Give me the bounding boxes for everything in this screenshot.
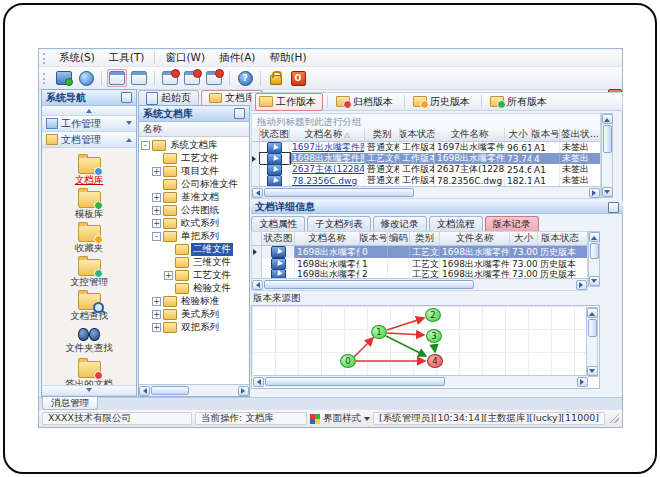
tab-modify-record[interactable]: 修改记录 [373, 216, 427, 231]
nav-item-doc-search[interactable]: 文档查找 [42, 289, 136, 323]
lock-icon[interactable] [266, 69, 286, 87]
column-header[interactable]: 版本状态 [538, 232, 582, 245]
tree-node[interactable]: 项目文件 [139, 165, 249, 178]
archive-version-button[interactable]: 归档版本 [332, 93, 400, 111]
group-by-hint[interactable]: 拖动列标题到此进行分组 [251, 113, 601, 128]
scroll-down-icon[interactable] [589, 276, 600, 286]
nav-group-document[interactable]: 文档管理 [42, 132, 136, 148]
scroll-down-icon[interactable] [602, 187, 613, 197]
collapse-icon[interactable] [141, 141, 150, 150]
doc-name-link[interactable]: 1697出水嘴零件图.dwg [290, 142, 365, 153]
column-header[interactable]: 大小 [505, 128, 532, 141]
column-header[interactable]: 文档名称 [295, 232, 360, 245]
nav-item-favorites[interactable]: 收藏夹 [42, 221, 136, 255]
scroll-thumb[interactable] [588, 319, 597, 337]
interface-style-button[interactable]: 界面样式 [323, 412, 361, 425]
expand-icon[interactable] [152, 310, 161, 319]
doc-name-link[interactable]: 2637主体(12284).dwg [290, 164, 365, 175]
expand-icon[interactable] [152, 167, 161, 176]
expand-icon[interactable] [152, 323, 161, 332]
column-header-sorted[interactable]: 文档名称△ [290, 128, 365, 141]
window-badge-icon[interactable] [204, 69, 224, 87]
chevron-down-icon[interactable] [364, 417, 370, 424]
nav-item-folder-search[interactable]: 文件夹查找 [42, 323, 136, 357]
table-row-clipped[interactable]: 1698出水嘴零件图.dwg 2 工艺文件 1698出水嘴零件图.dwg 73.… [252, 270, 587, 278]
menu-system[interactable]: 系统(S) [52, 50, 102, 66]
table-row-selected[interactable]: 1698出水嘴零件图.dwg 工艺文件 工作版本 1698出水嘴零件图.dwg … [252, 153, 600, 164]
column-header[interactable]: 文件名称 [435, 128, 505, 141]
tree-node[interactable]: 公司标准文件 [139, 178, 249, 191]
tab-version-record[interactable]: 版本记录 [485, 216, 539, 231]
version-vscrollbar[interactable] [588, 231, 600, 287]
expand-icon[interactable] [152, 206, 161, 215]
pin-icon[interactable] [121, 92, 132, 103]
scroll-up-icon[interactable] [589, 232, 600, 242]
toolbar-grip[interactable] [43, 53, 48, 64]
column-header[interactable]: 签出状... [560, 128, 600, 141]
menu-window[interactable]: 窗口(W) [158, 50, 212, 66]
tree-node[interactable]: 美式系列 [139, 308, 249, 321]
interface-style-icon[interactable] [310, 414, 320, 424]
column-header[interactable]: 大小 [510, 232, 538, 245]
window-badge-icon[interactable] [160, 69, 180, 87]
documents-vscrollbar[interactable] [601, 113, 613, 198]
scroll-right-icon[interactable] [577, 377, 588, 387]
scroll-right-icon[interactable] [238, 386, 249, 396]
menu-help[interactable]: 帮助(H) [262, 50, 313, 66]
window-icon[interactable] [107, 69, 127, 87]
scroll-up-icon[interactable] [602, 114, 613, 124]
tab-message-management[interactable]: 消息管理 [42, 397, 98, 410]
tree-node[interactable]: 系统文档库 [139, 139, 249, 152]
tree-hscrollbar[interactable] [139, 384, 249, 396]
tree-node[interactable]: 检验标准 [139, 295, 249, 308]
work-version-button[interactable]: 工作版本 [255, 93, 323, 111]
table-row[interactable]: 1698出水嘴零件图.dwg 1 工艺文件 1698出水嘴零件图.dwg 73.… [252, 258, 587, 270]
pin-icon[interactable] [234, 108, 245, 119]
graph-node-0[interactable]: 0 [340, 354, 356, 368]
graph-node-2[interactable]: 2 [425, 308, 441, 322]
graph-node-3[interactable]: 3 [426, 329, 442, 343]
table-row-selected[interactable]: 1698出水嘴零件图.dwg 0 工艺文件 1698出水嘴零件图.dwg 73.… [252, 246, 587, 258]
documents-hscrollbar[interactable] [252, 186, 600, 198]
tree-node[interactable]: 三维文件 [139, 256, 249, 269]
nav-scroll-up[interactable] [42, 106, 136, 116]
nav-item-doc-library[interactable]: 文档库 [42, 153, 136, 187]
resize-grip[interactable] [610, 414, 619, 423]
scroll-right-icon[interactable] [576, 280, 587, 290]
help-icon[interactable]: ? [235, 69, 255, 87]
nav-group-work[interactable]: 工作管理 [42, 116, 136, 132]
column-header[interactable]: 编码 [388, 232, 410, 245]
expand-icon[interactable] [152, 193, 161, 202]
column-header[interactable]: 版本状态 [400, 128, 435, 141]
scroll-thumb[interactable] [151, 386, 189, 395]
table-row[interactable]: 2637主体(12284).dwg 普通文档 工作版本 2637主体(12284… [252, 164, 600, 175]
column-header[interactable]: 状态图 [260, 128, 290, 141]
expand-icon[interactable] [152, 297, 161, 306]
tree-node[interactable]: 双把系列 [139, 321, 249, 334]
column-header[interactable]: 类别 [365, 128, 400, 141]
scroll-thumb[interactable] [264, 188, 414, 197]
menu-plugins[interactable]: 插件(A) [212, 50, 262, 66]
column-header[interactable]: 版本号 [360, 232, 388, 245]
exit-icon[interactable]: O [288, 69, 308, 87]
table-row[interactable]: 1697出水嘴零件图.dwg 普通文档 工作版本 1697出水嘴零件图.dwg … [252, 142, 600, 153]
window-badge-icon[interactable] [182, 69, 202, 87]
graph-node-4[interactable]: 4 [427, 354, 443, 368]
scroll-left-icon[interactable] [252, 280, 263, 290]
doc-name-link[interactable]: 78.2356C.dwg [290, 175, 365, 186]
column-header[interactable]: 版本号 [532, 128, 560, 141]
column-header[interactable]: 状态图 [262, 232, 295, 245]
toolbar-grip[interactable] [43, 73, 48, 84]
tree-node[interactable]: 单把系列 [139, 230, 249, 243]
expand-icon[interactable] [152, 219, 161, 228]
table-row[interactable]: 78.2356C.dwg 普通文档 工作版本 78.2356C.dwg 182.… [252, 175, 600, 186]
graph-hscrollbar[interactable] [253, 375, 588, 387]
tree-node[interactable]: 工艺文件 [139, 152, 249, 165]
tree-column-header[interactable]: 名称 [139, 122, 249, 137]
scroll-left-icon[interactable] [253, 377, 264, 387]
monitor-icon[interactable] [54, 69, 74, 87]
tree-node[interactable]: 工艺文件 [139, 269, 249, 282]
nav-item-doc-control[interactable]: 文控管理 [42, 255, 136, 289]
scroll-thumb[interactable] [264, 280, 474, 289]
tree-node[interactable]: 基准文档 [139, 191, 249, 204]
